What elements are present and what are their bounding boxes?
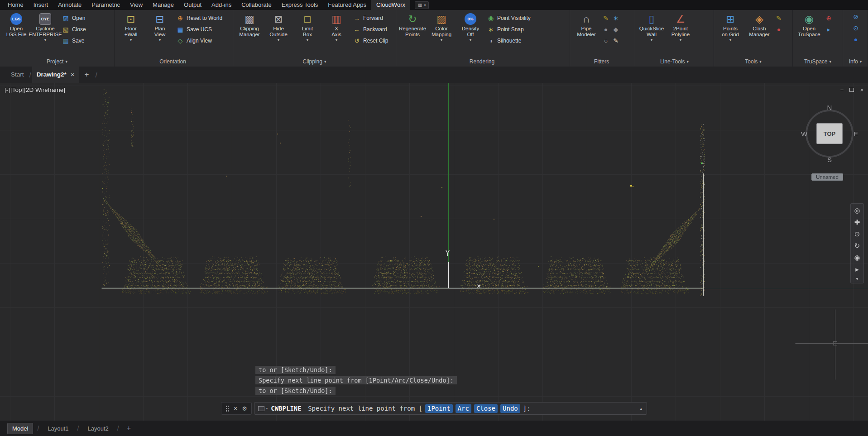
minimize-icon[interactable]: − (840, 86, 844, 93)
menu-insert[interactable]: Insert (29, 0, 53, 10)
menu-view[interactable]: View (125, 0, 148, 10)
wrench-icon[interactable]: ⚙ (242, 405, 247, 412)
close-tab-icon[interactable]: × (71, 67, 75, 83)
clip-forward-button[interactable]: → Forward (353, 12, 388, 24)
tab-drawing2[interactable]: Drawing2* × (32, 67, 79, 83)
new-drawing-button[interactable]: + (79, 70, 94, 79)
menu-home[interactable]: Home (3, 0, 29, 10)
points-on-grid-button[interactable]: ⊞ Pointson Grid ▾ (716, 11, 745, 42)
drag-grip-icon[interactable] (225, 405, 229, 412)
menu-cloudworx[interactable]: CloudWorx (371, 0, 410, 10)
command-input[interactable]: ▾ CWBPLINE Specify next line point from … (254, 402, 647, 415)
x-axis-button[interactable]: ▥ XAxis ▾ (322, 11, 351, 42)
ribbon-group-label-line-tools[interactable]: Line-Tools▾ (635, 56, 714, 67)
reset-clip-button[interactable]: ↺ Reset Clip (353, 35, 388, 46)
pan-icon[interactable]: ✚ (852, 217, 863, 228)
restore-icon[interactable] (849, 88, 854, 92)
steel-fit-icon[interactable]: ∗ (611, 12, 621, 24)
open-lgs-file-button[interactable]: LGS OpenLGS File (2, 11, 31, 42)
viewport-name-chip[interactable]: Unnamed (811, 173, 843, 181)
orbit-icon[interactable]: ↻ (852, 240, 863, 251)
circle-fit-icon[interactable]: ○ (601, 35, 611, 46)
regenerate-points-button[interactable]: ↻ RegeneratePoints (398, 11, 427, 42)
save-ucs-button[interactable]: ▦ Save UCS (176, 24, 222, 35)
color-mapping-button[interactable]: ▨ ColorMapping ▾ (427, 11, 456, 42)
clipping-manager-button[interactable]: ▩ ClippingManager (235, 11, 264, 42)
viewport-view-control[interactable]: [Top] (10, 86, 24, 93)
point-snap-button[interactable]: ∗ Point Snap (487, 24, 531, 35)
compass-north[interactable]: N (827, 104, 832, 111)
tab-model[interactable]: Model (7, 423, 33, 434)
navbar-caret-icon[interactable]: ▾ (852, 276, 863, 282)
hide-outside-button[interactable]: ⊠ HideOutside ▾ (264, 11, 293, 42)
marker-tool-icon[interactable]: ● (774, 24, 784, 35)
cyclone-enterprise-button[interactable]: CYE CycloneENTERPRISE ▾ (31, 11, 60, 42)
command-prompt-icon[interactable]: ▾ (258, 406, 268, 411)
command-option-close[interactable]: Close (474, 404, 498, 413)
project-close-button[interactable]: ▧ Close (62, 24, 86, 35)
ribbon-group-label-truspace[interactable]: TruSpace▾ (793, 56, 843, 67)
ribbon-group-label-fitters[interactable]: Fitters (570, 56, 635, 67)
viewport-menu-toggle[interactable]: [-] (5, 86, 10, 93)
menu-express-tools[interactable]: Express Tools (277, 0, 323, 10)
sketch-tool-icon[interactable]: ✎ (774, 12, 784, 24)
menu-featured-apps[interactable]: Featured Apps (323, 0, 371, 10)
cylinder-fit-icon[interactable]: ✎ (601, 12, 611, 24)
view-compass[interactable]: N W E S TOP (800, 104, 859, 163)
ribbon-group-label-info[interactable]: Info▾ (843, 56, 868, 67)
command-option-1point[interactable]: 1Point (425, 404, 453, 413)
info-help-icon[interactable]: ⊙ (853, 22, 858, 34)
reset-to-world-button[interactable]: ⊕ Reset to World (176, 12, 222, 24)
steering-wheel-icon[interactable]: ◉ (852, 252, 863, 263)
drawing-viewport[interactable]: [-] [Top] [2D Wireframe] − × N W E S TOP… (0, 83, 868, 421)
close-icon[interactable]: × (860, 86, 863, 93)
navigation-wheel-icon[interactable]: ◎ (852, 205, 863, 216)
truspace-sync-icon[interactable]: ⊕ (824, 12, 834, 24)
floor-wall-button[interactable]: ⊡ Floor+Wall ▾ (116, 11, 145, 42)
command-option-undo[interactable]: Undo (500, 404, 520, 413)
limit-box-button[interactable]: □ LimitBox ▾ (293, 11, 322, 42)
ribbon-group-label-tools[interactable]: Tools▾ (714, 56, 792, 67)
ribbon-group-label-orientation[interactable]: Orientation (115, 56, 233, 67)
show-motion-icon[interactable]: ▸ (852, 264, 863, 275)
density-off-button[interactable]: 0% DensityOff ▾ (456, 11, 485, 42)
align-view-button[interactable]: ◇ Align View (176, 35, 222, 46)
info-settings-icon[interactable]: ⊘ (853, 11, 858, 22)
project-open-button[interactable]: ▨ Open (62, 12, 86, 24)
open-truspace-button[interactable]: ◉ OpenTruSpace (795, 11, 824, 42)
zoom-icon[interactable]: ⊙ (852, 229, 863, 240)
ribbon-group-label-project[interactable]: Project▾ (0, 56, 114, 67)
line-fit-icon[interactable]: ◆ (611, 24, 621, 35)
project-save-button[interactable]: ▦ Save (62, 35, 86, 46)
compass-south[interactable]: S (827, 156, 832, 163)
info-about-icon[interactable]: ● (854, 34, 858, 45)
point-visibility-button[interactable]: ◉ Point Visibility (487, 12, 531, 24)
menu-parametric[interactable]: Parametric (86, 0, 125, 10)
clip-backward-button[interactable]: ← Backward (353, 24, 388, 35)
menu-output[interactable]: Output (179, 0, 206, 10)
plan-view-button[interactable]: ⊟ PlanView ▾ (145, 11, 174, 42)
sphere-fit-icon[interactable]: ● (601, 24, 611, 35)
new-layout-button[interactable]: + (123, 423, 134, 433)
menu-collaborate[interactable]: Collaborate (236, 0, 277, 10)
compass-west[interactable]: W (801, 130, 807, 138)
menu-annotate[interactable]: Annotate (53, 0, 86, 10)
command-option-arc[interactable]: Arc (456, 404, 471, 413)
tab-layout2[interactable]: Layout2 (83, 423, 113, 434)
truspace-view-icon[interactable]: ▸ (824, 24, 834, 35)
pipe-modeler-button[interactable]: ∩ PipeModeler (572, 11, 601, 42)
silhouette-button[interactable]: ◑ Silhouette (487, 35, 531, 46)
tab-layout1[interactable]: Layout1 (43, 423, 73, 434)
ribbon-group-label-clipping[interactable]: Clipping▾ (233, 56, 396, 67)
viewport-visual-style-control[interactable]: [2D Wireframe] (24, 86, 65, 93)
clash-manager-button[interactable]: ◈ ClashManager (745, 11, 774, 42)
tab-start[interactable]: Start (6, 67, 29, 83)
patch-fit-icon[interactable]: ✎ (611, 35, 621, 46)
menu-manage[interactable]: Manage (148, 0, 179, 10)
compass-east[interactable]: E (854, 130, 858, 138)
quickslice-wall-button[interactable]: ▯ QuickSliceWall ▾ (637, 11, 666, 42)
close-command-icon[interactable]: × (234, 405, 237, 412)
compass-top-face[interactable]: TOP (816, 123, 843, 144)
menu-addins[interactable]: Add-ins (206, 0, 236, 10)
ribbon-group-label-rendering[interactable]: Rendering (396, 56, 570, 67)
